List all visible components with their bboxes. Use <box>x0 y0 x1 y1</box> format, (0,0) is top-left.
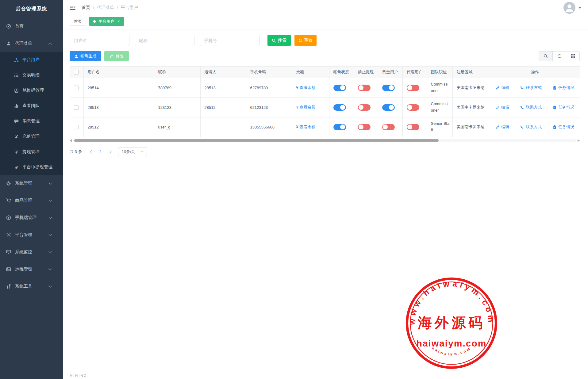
sidebar-item-home[interactable]: 首页 <box>0 18 63 35</box>
toggle-forbid-withdraw[interactable] <box>358 85 371 91</box>
phone-input[interactable] <box>200 35 259 46</box>
cell-agent-user <box>402 98 427 117</box>
contact-link[interactable]: 联系方式 <box>520 105 542 110</box>
modify-button[interactable]: 修改 <box>104 51 129 61</box>
edit-link[interactable]: 编辑 <box>496 85 509 90</box>
edit-icon <box>496 125 500 129</box>
sidebar-item-label: 消息管理 <box>22 118 40 124</box>
cell-forbid-withdraw <box>354 98 378 117</box>
cell-balance: ¥ 查看余额 <box>292 117 329 137</box>
task-link[interactable]: 任务情况 <box>553 124 574 130</box>
generate-account-button[interactable]: 账号生成 <box>70 51 101 61</box>
sidebar-item-system-monitor[interactable]: 系统监控 <box>0 243 63 261</box>
toggle-agent-user[interactable] <box>407 85 419 91</box>
action-label: 任务情况 <box>558 124 574 130</box>
edit-link[interactable]: 编辑 <box>496 105 509 110</box>
reset-button[interactable]: 重置 <box>294 35 317 46</box>
toggle-forbid-withdraw[interactable] <box>358 104 371 111</box>
sidebar-item-view-team[interactable]: 查看团队 <box>0 98 63 113</box>
cell-region: 美国南卡罗来纳 <box>452 117 490 137</box>
select-all-cell <box>70 67 83 78</box>
task-link[interactable]: 任务情况 <box>553 105 574 110</box>
toggle-account-status[interactable] <box>333 104 346 111</box>
toggle-agent-user[interactable] <box>407 124 419 130</box>
page-size-select[interactable]: 10条/页 <box>118 147 147 156</box>
view-balance-link[interactable]: ¥ 查看余额 <box>296 85 316 90</box>
cell-account-status <box>329 98 354 117</box>
scrollbar-thumb[interactable] <box>74 139 439 142</box>
toggle-account-status[interactable] <box>333 85 346 91</box>
sidebar-item-ops-mgmt[interactable]: 运维管理 <box>0 261 63 278</box>
scrollbar-track[interactable] <box>73 139 576 142</box>
tab-label: 平台用户 <box>98 19 114 24</box>
row-select-cell <box>70 117 83 137</box>
cell-actions: 编辑联系方式任务情况 <box>490 98 580 117</box>
toggle-knob <box>359 124 363 129</box>
nickname-input[interactable] <box>135 35 194 46</box>
tab-platform-users[interactable]: 平台用户 × <box>89 17 124 26</box>
platform-icon <box>6 232 11 237</box>
sidebar-item-system-tools[interactable]: 系统工具 <box>0 278 63 295</box>
table-search-toggle-button[interactable] <box>539 52 552 61</box>
contact-link[interactable]: 联系方式 <box>520 85 542 90</box>
sidebar-item-label: 代理菜单 <box>15 41 32 46</box>
tab-home[interactable]: 首页 <box>70 17 86 26</box>
caret-down-icon[interactable] <box>578 7 581 9</box>
close-tab-icon[interactable]: × <box>117 19 120 23</box>
sidebar-item-label: 兑换码管理 <box>22 88 44 93</box>
reset-button-label: 重置 <box>304 38 313 43</box>
sidebar-item-platform-mgmt[interactable]: 平台管理 <box>0 226 63 243</box>
view-balance-link[interactable]: ¥ 查看余额 <box>296 124 316 129</box>
sidebar-item-transactions[interactable]: 交易明细 <box>0 67 63 83</box>
footer: MINING <box>63 372 588 379</box>
scroll-left-icon[interactable] <box>70 139 72 142</box>
toggle-agent-user[interactable] <box>407 104 419 111</box>
sidebar-item-label: 平台用户 <box>22 57 40 63</box>
toggle-forbid-withdraw[interactable] <box>358 124 371 130</box>
sidebar-item-platform-coin-withdraw[interactable]: ¥ 平台币提现管理 <box>0 159 63 175</box>
contact-link[interactable]: 联系方式 <box>520 124 542 130</box>
row-checkbox[interactable] <box>74 125 79 129</box>
sidebar-item-system-mgmt[interactable]: 系统管理 <box>0 175 63 192</box>
sidebar-item-mobile-mgmt[interactable]: 手机端管理 <box>0 209 63 226</box>
view-balance-link[interactable]: ¥ 查看余额 <box>296 105 316 109</box>
table-columns-button[interactable] <box>566 52 579 61</box>
task-link[interactable]: 任务情况 <box>553 85 574 90</box>
select-all-checkbox[interactable] <box>74 70 79 75</box>
toggle-knob <box>389 85 394 90</box>
sidebar-item-withdraw[interactable]: ¥ 提现管理 <box>0 144 63 159</box>
row-checkbox[interactable] <box>74 105 79 110</box>
scroll-right-icon[interactable] <box>578 139 580 142</box>
sidebar-item-label: 系统管理 <box>15 181 32 186</box>
toggle-gold-user[interactable] <box>382 85 395 91</box>
toggle-account-status[interactable] <box>333 124 346 130</box>
username-input[interactable] <box>70 35 129 46</box>
table-refresh-button[interactable] <box>552 52 566 61</box>
collapse-sidebar-icon[interactable] <box>70 5 75 10</box>
sidebar-item-agent-menu[interactable]: 代理菜单 <box>0 35 63 52</box>
table-row: 285147897892851362789789¥ 查看余额Commission… <box>70 78 580 98</box>
message-icon <box>14 119 19 124</box>
edit-link[interactable]: 编辑 <box>496 124 509 130</box>
row-checkbox[interactable] <box>74 86 79 90</box>
toggle-gold-user[interactable] <box>382 124 395 130</box>
cell-forbid-withdraw <box>354 78 378 98</box>
toggle-gold-user[interactable] <box>382 104 395 111</box>
sidebar-item-platform-users[interactable]: 平台用户 <box>0 52 63 67</box>
sidebar-item-goods-mgmt[interactable]: 商品管理 <box>0 192 63 209</box>
prev-page-button[interactable] <box>87 148 95 156</box>
next-page-button[interactable] <box>106 148 114 156</box>
search-button[interactable]: 搜索 <box>267 35 291 46</box>
sidebar-item-redeem-codes[interactable]: 兑换码管理 <box>0 83 63 98</box>
user-avatar[interactable] <box>563 2 575 14</box>
cell-inviter: 28512 <box>200 98 246 117</box>
sidebar-item-recharge[interactable]: ¥ 充值管理 <box>0 129 63 144</box>
toggle-knob <box>340 85 345 90</box>
reset-icon <box>298 38 302 42</box>
sidebar-item-messages[interactable]: 消息管理 <box>0 113 63 129</box>
page-number[interactable]: 1 <box>97 148 105 156</box>
column-header: 手机号码 <box>246 67 292 78</box>
ops-icon <box>6 267 11 272</box>
action-label: 编辑 <box>501 124 509 130</box>
breadcrumb-home[interactable]: 首页 <box>82 5 90 10</box>
